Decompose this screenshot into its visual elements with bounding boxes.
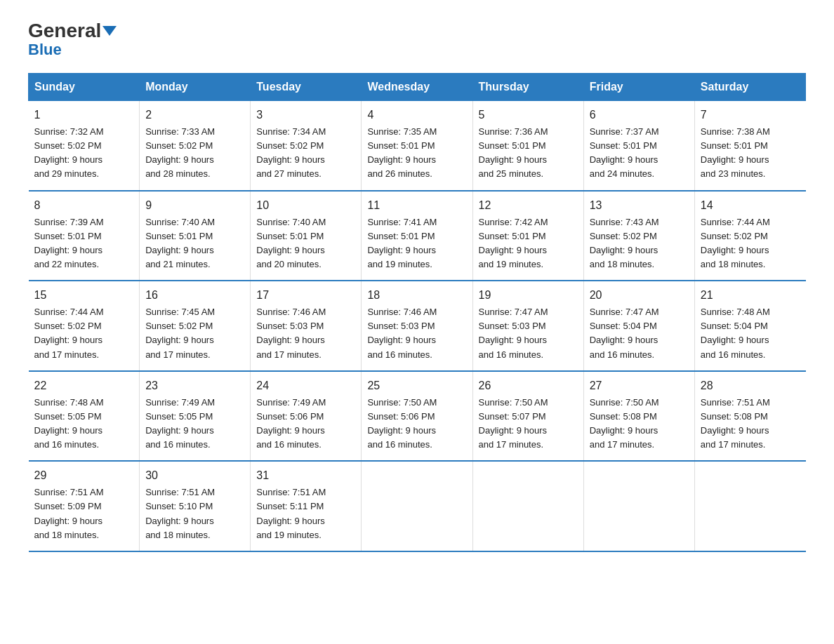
day-cell: 10Sunrise: 7:40 AMSunset: 5:01 PMDayligh… [251, 191, 362, 281]
day-number: 23 [145, 377, 244, 394]
day-number: 15 [34, 287, 134, 304]
day-number: 11 [367, 197, 466, 214]
day-number: 14 [701, 197, 800, 214]
day-number: 5 [479, 107, 578, 123]
day-number: 17 [256, 287, 355, 304]
day-number: 1 [34, 107, 134, 123]
day-cell: 31Sunrise: 7:51 AMSunset: 5:11 PMDayligh… [251, 461, 362, 551]
calendar-header: SundayMondayTuesdayWednesdayThursdayFrid… [29, 74, 806, 101]
day-info: Sunrise: 7:51 AMSunset: 5:10 PMDaylight:… [145, 485, 244, 542]
day-info: Sunrise: 7:49 AMSunset: 5:05 PMDaylight:… [145, 396, 244, 452]
day-number: 18 [367, 287, 466, 304]
day-cell: 9Sunrise: 7:40 AMSunset: 5:01 PMDaylight… [140, 191, 251, 281]
week-row-5: 29Sunrise: 7:51 AMSunset: 5:09 PMDayligh… [29, 461, 806, 551]
day-cell: 3Sunrise: 7:34 AMSunset: 5:02 PMDaylight… [251, 101, 362, 191]
header-sunday: Sunday [29, 74, 140, 101]
day-info: Sunrise: 7:38 AMSunset: 5:01 PMDaylight:… [701, 125, 800, 182]
week-row-2: 8Sunrise: 7:39 AMSunset: 5:01 PMDaylight… [29, 191, 806, 281]
day-number: 8 [34, 197, 134, 214]
day-cell: 17Sunrise: 7:46 AMSunset: 5:03 PMDayligh… [251, 281, 362, 371]
day-number: 30 [145, 467, 244, 484]
day-cell [694, 461, 805, 551]
day-info: Sunrise: 7:46 AMSunset: 5:03 PMDaylight:… [256, 305, 355, 362]
day-cell [472, 461, 583, 551]
day-cell: 8Sunrise: 7:39 AMSunset: 5:01 PMDaylight… [29, 191, 140, 281]
day-number: 10 [256, 197, 355, 214]
day-number: 3 [256, 107, 355, 123]
header-row: SundayMondayTuesdayWednesdayThursdayFrid… [29, 74, 806, 101]
day-info: Sunrise: 7:36 AMSunset: 5:01 PMDaylight:… [479, 125, 578, 182]
week-row-3: 15Sunrise: 7:44 AMSunset: 5:02 PMDayligh… [29, 281, 806, 371]
day-info: Sunrise: 7:34 AMSunset: 5:02 PMDaylight:… [256, 125, 355, 182]
logo: General Blue [28, 21, 117, 59]
day-number: 13 [590, 197, 689, 214]
day-number: 19 [479, 287, 578, 304]
day-cell: 20Sunrise: 7:47 AMSunset: 5:04 PMDayligh… [583, 281, 694, 371]
day-cell: 22Sunrise: 7:48 AMSunset: 5:05 PMDayligh… [29, 371, 140, 462]
day-cell: 1Sunrise: 7:32 AMSunset: 5:02 PMDaylight… [29, 101, 140, 191]
day-cell: 5Sunrise: 7:36 AMSunset: 5:01 PMDaylight… [472, 101, 583, 191]
day-cell: 2Sunrise: 7:33 AMSunset: 5:02 PMDaylight… [140, 101, 251, 191]
day-info: Sunrise: 7:37 AMSunset: 5:01 PMDaylight:… [590, 125, 689, 182]
day-info: Sunrise: 7:40 AMSunset: 5:01 PMDaylight:… [256, 215, 355, 272]
day-number: 7 [701, 107, 800, 123]
day-number: 26 [479, 377, 578, 394]
header-tuesday: Tuesday [251, 74, 362, 101]
day-cell: 28Sunrise: 7:51 AMSunset: 5:08 PMDayligh… [694, 371, 805, 462]
day-cell: 24Sunrise: 7:49 AMSunset: 5:06 PMDayligh… [251, 371, 362, 462]
day-cell: 16Sunrise: 7:45 AMSunset: 5:02 PMDayligh… [140, 281, 251, 371]
day-cell: 4Sunrise: 7:35 AMSunset: 5:01 PMDaylight… [362, 101, 472, 191]
day-info: Sunrise: 7:35 AMSunset: 5:01 PMDaylight:… [367, 125, 466, 182]
day-cell: 26Sunrise: 7:50 AMSunset: 5:07 PMDayligh… [472, 371, 583, 462]
day-info: Sunrise: 7:51 AMSunset: 5:11 PMDaylight:… [256, 485, 355, 542]
week-row-4: 22Sunrise: 7:48 AMSunset: 5:05 PMDayligh… [29, 371, 806, 462]
day-cell: 15Sunrise: 7:44 AMSunset: 5:02 PMDayligh… [29, 281, 140, 371]
logo-general: General [28, 21, 117, 41]
day-cell: 12Sunrise: 7:42 AMSunset: 5:01 PMDayligh… [472, 191, 583, 281]
day-info: Sunrise: 7:32 AMSunset: 5:02 PMDaylight:… [34, 125, 134, 182]
day-info: Sunrise: 7:42 AMSunset: 5:01 PMDaylight:… [479, 215, 578, 272]
header-saturday: Saturday [694, 74, 805, 101]
day-number: 6 [590, 107, 689, 123]
day-number: 31 [256, 467, 355, 484]
day-cell: 21Sunrise: 7:48 AMSunset: 5:04 PMDayligh… [694, 281, 805, 371]
day-number: 9 [145, 197, 244, 214]
day-cell: 18Sunrise: 7:46 AMSunset: 5:03 PMDayligh… [362, 281, 472, 371]
day-cell: 30Sunrise: 7:51 AMSunset: 5:10 PMDayligh… [140, 461, 251, 551]
day-cell: 19Sunrise: 7:47 AMSunset: 5:03 PMDayligh… [472, 281, 583, 371]
day-info: Sunrise: 7:44 AMSunset: 5:02 PMDaylight:… [34, 305, 134, 362]
day-cell: 29Sunrise: 7:51 AMSunset: 5:09 PMDayligh… [29, 461, 140, 551]
header-thursday: Thursday [472, 74, 583, 101]
day-info: Sunrise: 7:45 AMSunset: 5:02 PMDaylight:… [145, 305, 244, 362]
day-cell: 13Sunrise: 7:43 AMSunset: 5:02 PMDayligh… [583, 191, 694, 281]
day-info: Sunrise: 7:48 AMSunset: 5:04 PMDaylight:… [701, 305, 800, 362]
day-cell: 7Sunrise: 7:38 AMSunset: 5:01 PMDaylight… [694, 101, 805, 191]
day-cell: 14Sunrise: 7:44 AMSunset: 5:02 PMDayligh… [694, 191, 805, 281]
day-info: Sunrise: 7:39 AMSunset: 5:01 PMDaylight:… [34, 215, 134, 272]
day-info: Sunrise: 7:44 AMSunset: 5:02 PMDaylight:… [701, 215, 800, 272]
day-cell: 25Sunrise: 7:50 AMSunset: 5:06 PMDayligh… [362, 371, 472, 462]
day-cell [362, 461, 472, 551]
logo-arrow-icon [102, 26, 117, 36]
day-info: Sunrise: 7:51 AMSunset: 5:08 PMDaylight:… [701, 396, 800, 452]
day-info: Sunrise: 7:33 AMSunset: 5:02 PMDaylight:… [145, 125, 244, 182]
day-number: 4 [367, 107, 466, 123]
day-number: 21 [701, 287, 800, 304]
day-number: 2 [145, 107, 244, 123]
day-number: 12 [479, 197, 578, 214]
day-number: 27 [590, 377, 689, 394]
day-cell: 11Sunrise: 7:41 AMSunset: 5:01 PMDayligh… [362, 191, 472, 281]
day-info: Sunrise: 7:47 AMSunset: 5:03 PMDaylight:… [479, 305, 578, 362]
header-wednesday: Wednesday [362, 74, 472, 101]
page-header: General Blue [28, 21, 806, 59]
day-info: Sunrise: 7:43 AMSunset: 5:02 PMDaylight:… [590, 215, 689, 272]
day-number: 22 [34, 377, 134, 394]
calendar-body: 1Sunrise: 7:32 AMSunset: 5:02 PMDaylight… [29, 101, 806, 551]
week-row-1: 1Sunrise: 7:32 AMSunset: 5:02 PMDaylight… [29, 101, 806, 191]
day-number: 16 [145, 287, 244, 304]
day-info: Sunrise: 7:47 AMSunset: 5:04 PMDaylight:… [590, 305, 689, 362]
day-cell [583, 461, 694, 551]
calendar-table: SundayMondayTuesdayWednesdayThursdayFrid… [28, 73, 806, 552]
logo-blue: Blue [28, 41, 62, 59]
day-cell: 27Sunrise: 7:50 AMSunset: 5:08 PMDayligh… [583, 371, 694, 462]
